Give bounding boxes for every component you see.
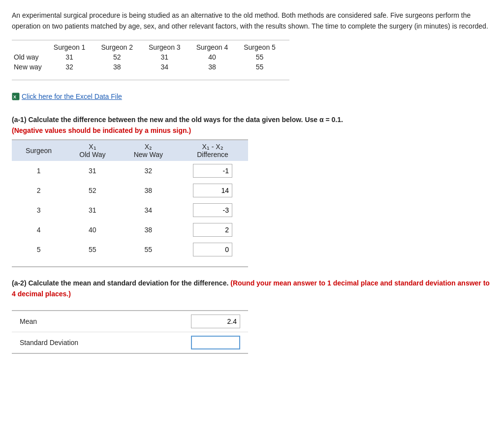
cell-x1-5: 55 <box>65 240 119 259</box>
top-table-header-s4: Surgeon 4 <box>194 42 242 52</box>
cell-x2-3: 34 <box>120 200 177 220</box>
svg-text:X: X <box>13 94 16 99</box>
top-table-empty-header <box>14 42 52 52</box>
top-table-row-oldway: Old way 31 52 31 40 55 <box>14 52 289 62</box>
cell-surgeon-4: 4 <box>12 220 65 240</box>
mean-row: Mean <box>12 311 248 332</box>
diff-input-3[interactable] <box>193 203 232 217</box>
question-a2-prefix: (a-2) <box>12 279 27 287</box>
table-row: 3 31 34 <box>12 200 248 220</box>
cell-surgeon-3: 3 <box>12 200 65 220</box>
top-table-newway-s2: 38 <box>99 62 147 72</box>
top-table-header-s3: Surgeon 3 <box>147 42 194 52</box>
top-table-header-s1: Surgeon 1 <box>52 42 99 52</box>
question-a1-prefix: (a-1) <box>12 116 27 124</box>
diff-input-2[interactable] <box>193 184 232 197</box>
sd-label: Standard Deviation <box>12 332 179 353</box>
question-a1-label: (a-1) Calculate the difference between t… <box>12 114 492 136</box>
top-table-newway-s4: 38 <box>194 62 242 72</box>
top-table-oldway-s2: 52 <box>99 52 147 62</box>
cell-x2-5: 55 <box>120 240 177 259</box>
sd-row: Standard Deviation <box>12 332 248 353</box>
top-table-header-s5: Surgeon 5 <box>242 42 289 52</box>
top-table-oldway-s4: 40 <box>194 52 242 62</box>
top-table-newway-s3: 34 <box>147 62 194 72</box>
cell-x2-1: 32 <box>120 161 177 181</box>
cell-surgeon-5: 5 <box>12 240 65 259</box>
cell-diff-5[interactable] <box>177 240 248 259</box>
x1x2-label: X₁ - X₂ <box>202 143 223 151</box>
question-a1-block: (a-1) Calculate the difference between t… <box>12 114 492 269</box>
cell-x1-1: 31 <box>65 161 119 181</box>
top-data-table: Surgeon 1 Surgeon 2 Surgeon 3 Surgeon 4 … <box>14 42 289 72</box>
top-table-newway-s1: 32 <box>52 62 99 72</box>
table-row: 4 40 38 <box>12 220 248 240</box>
cell-x1-2: 52 <box>65 181 119 200</box>
top-table-oldway-s1: 31 <box>52 52 99 62</box>
diff-input-5[interactable] <box>193 243 232 256</box>
excel-link[interactable]: X Click here for the Excel Data File <box>12 93 122 100</box>
col-diff-header: X₁ - X₂ Difference <box>177 140 248 161</box>
mean-value-cell[interactable] <box>179 311 248 332</box>
x2-sub-label: New Way <box>134 151 163 158</box>
question-a2-block: (a-2) Calculate the mean and standard de… <box>12 278 492 356</box>
col-x1-header: X₁ Old Way <box>65 140 119 161</box>
excel-file-icon: X <box>12 93 20 100</box>
data-table: Surgeon X₁ Old Way X₂ New Way X₁ - X₂ Di… <box>12 140 248 259</box>
cell-surgeon-2: 2 <box>12 181 65 200</box>
intro-text: An experimental surgical procedure is be… <box>12 10 492 32</box>
cell-x1-3: 31 <box>65 200 119 220</box>
cell-diff-1[interactable] <box>177 161 248 181</box>
cell-x2-2: 38 <box>120 181 177 200</box>
table-row: 1 31 32 <box>12 161 248 181</box>
x1-sub-label: Old Way <box>79 151 105 158</box>
cell-surgeon-1: 1 <box>12 161 65 181</box>
stats-table-wrapper: Mean Standard Deviation <box>12 310 248 354</box>
top-table-newway-s5: 55 <box>242 62 289 72</box>
cell-diff-3[interactable] <box>177 200 248 220</box>
sd-input[interactable] <box>191 336 240 349</box>
top-table-oldway-s3: 31 <box>147 52 194 62</box>
mean-label: Mean <box>12 311 179 332</box>
excel-link-text: Click here for the Excel Data File <box>22 93 122 100</box>
question-a1-text: Calculate the difference between the new… <box>27 116 343 124</box>
top-data-table-wrapper: Surgeon 1 Surgeon 2 Surgeon 3 Surgeon 4 … <box>12 40 289 80</box>
x1x2-sub-label: Difference <box>197 151 228 158</box>
col-surgeon-header: Surgeon <box>12 140 65 161</box>
question-a1-red-note: (Negative values should be indicated by … <box>12 126 191 134</box>
col-x2-header: X₂ New Way <box>120 140 177 161</box>
question-a2-label: (a-2) Calculate the mean and standard de… <box>12 278 492 300</box>
top-table-oldway-label: Old way <box>14 52 52 62</box>
top-table-header-s2: Surgeon 2 <box>99 42 147 52</box>
x1-label: X₁ <box>89 143 96 151</box>
cell-diff-2[interactable] <box>177 181 248 200</box>
cell-x1-4: 40 <box>65 220 119 240</box>
table-row: 2 52 38 <box>12 181 248 200</box>
cell-diff-4[interactable] <box>177 220 248 240</box>
stats-table: Mean Standard Deviation <box>12 311 248 353</box>
top-table-oldway-s5: 55 <box>242 52 289 62</box>
table-row: 5 55 55 <box>12 240 248 259</box>
top-table-newway-label: New way <box>14 62 52 72</box>
question-a2-text: Calculate the mean and standard deviatio… <box>27 279 229 287</box>
diff-input-4[interactable] <box>193 223 232 237</box>
top-table-row-newway: New way 32 38 34 38 55 <box>14 62 289 72</box>
diff-input-1[interactable] <box>193 164 232 178</box>
mean-input[interactable] <box>191 315 240 328</box>
cell-x2-4: 38 <box>120 220 177 240</box>
sd-value-cell[interactable] <box>179 332 248 353</box>
data-table-wrapper: Surgeon X₁ Old Way X₂ New Way X₁ - X₂ Di… <box>12 139 248 267</box>
x2-label: X₂ <box>145 143 152 151</box>
